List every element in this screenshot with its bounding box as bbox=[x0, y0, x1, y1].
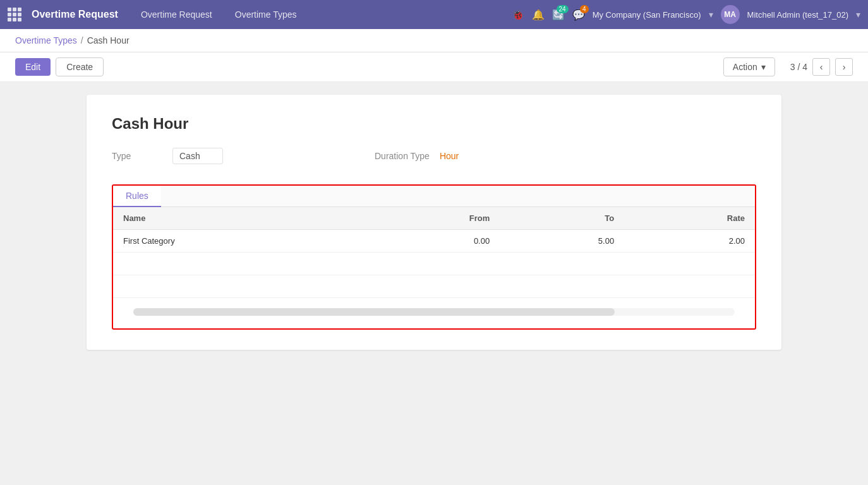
rules-section: Rules Name From To Rate First Category 0… bbox=[112, 184, 756, 330]
breadcrumb-separator: / bbox=[81, 35, 83, 45]
action-button[interactable]: Action ▾ bbox=[723, 57, 775, 76]
cell-to: 5.00 bbox=[500, 230, 624, 253]
type-field-group: Type Cash bbox=[112, 148, 223, 164]
col-rate: Rate bbox=[624, 207, 755, 230]
user-name[interactable]: Mitchell Admin (test_17_02) bbox=[747, 10, 848, 20]
nav-overtime-request[interactable]: Overtime Request bbox=[136, 7, 217, 22]
empty-row-1 bbox=[113, 253, 755, 275]
chat-badge: 4 bbox=[580, 5, 589, 13]
type-value: Cash bbox=[172, 148, 223, 164]
navbar: Overtime Request Overtime Request Overti… bbox=[0, 0, 868, 29]
duration-type-field-group: Duration Type Hour bbox=[375, 151, 459, 161]
col-from: From bbox=[360, 207, 500, 230]
breadcrumb: Overtime Types / Cash Hour bbox=[0, 29, 868, 52]
create-button[interactable]: Create bbox=[56, 57, 104, 76]
next-page-button[interactable]: › bbox=[835, 58, 853, 76]
bell-icon[interactable]: 🔔 bbox=[532, 9, 545, 21]
breadcrumb-parent[interactable]: Overtime Types bbox=[15, 35, 77, 45]
duration-type-value[interactable]: Hour bbox=[440, 151, 459, 161]
col-name: Name bbox=[113, 207, 360, 230]
nav-links: Overtime Request Overtime Types bbox=[136, 7, 502, 22]
company-selector[interactable]: My Company (San Francisco) bbox=[593, 10, 701, 20]
bug-icon[interactable]: 🐞 bbox=[512, 9, 524, 21]
scroll-area[interactable] bbox=[133, 308, 735, 316]
empty-row-2 bbox=[113, 275, 755, 298]
refresh-icon[interactable]: 🔄 24 bbox=[552, 9, 565, 21]
edit-button[interactable]: Edit bbox=[15, 58, 51, 76]
avatar-initials: MA bbox=[724, 10, 736, 19]
pagination: 3 / 4 ‹ › bbox=[790, 58, 853, 76]
table-row[interactable]: First Category 0.00 5.00 2.00 bbox=[113, 230, 755, 253]
apps-icon[interactable] bbox=[8, 8, 21, 21]
navbar-right: 🐞 🔔 🔄 24 💬 4 My Company (San Francisco) … bbox=[512, 5, 860, 24]
chat-icon[interactable]: 💬 4 bbox=[572, 9, 585, 21]
breadcrumb-current: Cash Hour bbox=[87, 35, 130, 45]
col-to: To bbox=[500, 207, 624, 230]
duration-type-label: Duration Type bbox=[375, 151, 430, 161]
cell-rate: 2.00 bbox=[624, 230, 755, 253]
type-label: Type bbox=[112, 151, 162, 161]
main-content: Cash Hour Type Cash Duration Type Hour R… bbox=[0, 82, 868, 482]
nav-overtime-types[interactable]: Overtime Types bbox=[230, 7, 302, 22]
action-label: Action bbox=[733, 62, 757, 72]
tab-rules[interactable]: Rules bbox=[113, 186, 161, 207]
action-caret-icon: ▾ bbox=[761, 62, 766, 72]
form-card: Cash Hour Type Cash Duration Type Hour R… bbox=[87, 95, 781, 350]
table-header: Name From To Rate bbox=[113, 207, 755, 230]
table-body: First Category 0.00 5.00 2.00 bbox=[113, 230, 755, 298]
refresh-badge: 24 bbox=[557, 5, 569, 13]
prev-page-button[interactable]: ‹ bbox=[812, 58, 830, 76]
page-info: 3 / 4 bbox=[790, 62, 807, 72]
rules-tabs: Rules bbox=[113, 186, 755, 207]
rules-table: Name From To Rate First Category 0.00 5.… bbox=[113, 207, 755, 298]
form-title: Cash Hour bbox=[112, 115, 756, 133]
avatar[interactable]: MA bbox=[721, 5, 740, 24]
app-title: Overtime Request bbox=[32, 9, 118, 20]
cell-from: 0.00 bbox=[360, 230, 500, 253]
toolbar: Edit Create Action ▾ 3 / 4 ‹ › bbox=[0, 52, 868, 82]
fields-row: Type Cash Duration Type Hour bbox=[112, 148, 756, 164]
scroll-thumb bbox=[133, 308, 615, 316]
cell-name: First Category bbox=[113, 230, 360, 253]
